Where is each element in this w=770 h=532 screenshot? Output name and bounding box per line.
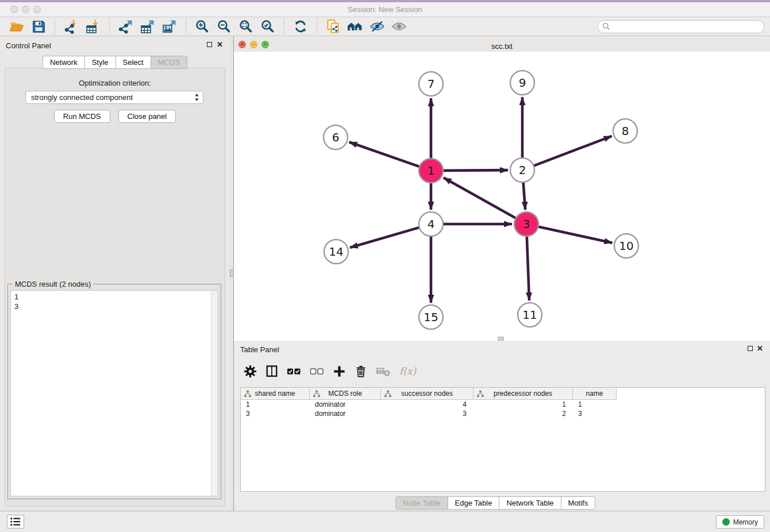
table-cell[interactable]: 1	[573, 400, 617, 408]
graph-edge[interactable]	[350, 228, 419, 248]
float-panel-icon[interactable]	[207, 42, 212, 47]
zoom-selected-icon[interactable]	[259, 18, 276, 35]
network-window-titlebar: ✕ − + scc.txt	[234, 38, 770, 52]
column-layout-icon[interactable]	[265, 365, 278, 377]
table-body: 1dominator4113dominator323	[241, 400, 765, 418]
show-all-icon[interactable]	[390, 18, 407, 35]
optimization-criterion-label: Optimization criterion:	[5, 79, 225, 87]
tab-select[interactable]: Select	[116, 56, 151, 69]
table-panel-title: Table Panel	[240, 345, 279, 354]
close-panel-button[interactable]: Close panel	[118, 110, 176, 123]
table-cell[interactable]: dominator	[310, 410, 381, 418]
delete-table-icon	[376, 365, 391, 377]
table-header-row: shared nameMCDS rolesuccessor nodesprede…	[241, 388, 617, 400]
graph-node-label: 3	[523, 217, 530, 231]
table-row[interactable]: 1dominator411	[241, 400, 765, 409]
column-header-MCDS-role[interactable]: MCDS role	[310, 388, 381, 399]
tab-node-table[interactable]: Node Table	[395, 496, 448, 510]
column-header-predecessor-nodes[interactable]: predecessor nodes	[473, 388, 573, 399]
graph-edge[interactable]	[534, 136, 612, 166]
graph-edge[interactable]	[443, 170, 508, 171]
float-table-panel-icon[interactable]	[748, 346, 753, 351]
deselect-all-icon[interactable]	[310, 366, 324, 376]
table-cell[interactable]: 3	[241, 410, 310, 418]
graph-edge[interactable]	[349, 142, 420, 167]
zoom-out-icon[interactable]	[215, 18, 233, 35]
search-box[interactable]	[598, 20, 764, 33]
panel-divider[interactable]	[230, 36, 234, 511]
hide-selected-icon[interactable]	[368, 18, 386, 35]
select-stepper-icon	[194, 93, 203, 102]
zoom-in-icon[interactable]	[194, 18, 211, 35]
node-table[interactable]: shared nameMCDS rolesuccessor nodesprede…	[240, 387, 765, 492]
table-cell[interactable]: 2	[473, 410, 573, 418]
graph-node-label: 6	[332, 130, 340, 144]
first-neighbors-icon[interactable]	[346, 18, 364, 35]
table-cell[interactable]: 1	[473, 400, 573, 408]
graph-edge[interactable]	[444, 178, 516, 218]
zoom-fit-icon[interactable]	[237, 18, 255, 35]
network-window: ✕ − + scc.txt 1234678910111415	[234, 36, 770, 341]
memory-button[interactable]: Memory	[716, 515, 764, 529]
table-cell[interactable]: 4	[381, 400, 473, 408]
graph-node-label: 7	[428, 77, 435, 91]
search-input[interactable]	[613, 22, 760, 31]
mcds-result-lines: 1 3	[11, 291, 218, 313]
close-table-panel-icon[interactable]: ✕	[757, 345, 763, 352]
function-builder-icon: f(x)	[399, 365, 416, 377]
apply-layout-icon[interactable]	[292, 18, 309, 35]
open-session-icon[interactable]	[8, 18, 25, 35]
graph-node-label: 4	[428, 217, 435, 231]
column-header-label: shared name	[255, 390, 295, 398]
column-header-name[interactable]: name	[573, 388, 617, 399]
graph-edge[interactable]	[538, 226, 613, 242]
network-graph[interactable]: 1234678910111415	[234, 52, 770, 341]
table-cell[interactable]: 1	[241, 400, 310, 408]
gear-icon[interactable]	[244, 365, 257, 378]
run-mcds-button[interactable]: Run MCDS	[54, 110, 110, 123]
import-table-icon[interactable]	[84, 18, 102, 35]
tab-style[interactable]: Style	[85, 56, 116, 69]
result-scrollbar[interactable]	[211, 291, 218, 496]
select-all-icon[interactable]	[287, 366, 301, 376]
mcds-result-box[interactable]: 1 3	[10, 290, 218, 496]
tab-edge-table[interactable]: Edge Table	[448, 496, 500, 510]
mcds-result-group: MCDS result (2 nodes) 1 3	[7, 284, 221, 499]
export-network-icon[interactable]	[117, 18, 134, 35]
tab-mcds[interactable]: MCDS	[151, 56, 187, 69]
column-header-successor-nodes[interactable]: successor nodes	[381, 388, 473, 399]
status-bar: Memory	[0, 511, 770, 532]
duplicate-network-icon[interactable]	[325, 18, 342, 35]
column-header-shared-name[interactable]: shared name	[241, 388, 310, 399]
network-canvas[interactable]: 1234678910111415	[234, 52, 770, 341]
table-toolbar: f(x)	[244, 360, 416, 383]
canvas-resize-handle[interactable]	[498, 337, 504, 341]
table-cell[interactable]: 3	[381, 410, 473, 418]
toolbar-separator	[109, 19, 110, 34]
import-network-icon[interactable]	[63, 18, 80, 35]
tab-motifs[interactable]: Motifs	[561, 496, 596, 510]
task-history-button[interactable]	[7, 515, 24, 529]
export-table-icon[interactable]	[139, 18, 156, 35]
criterion-select[interactable]: strongly connected component	[25, 91, 203, 104]
search-icon	[602, 22, 610, 30]
control-panel-tabs: Network Style Select MCDS	[0, 56, 230, 69]
tab-network-table[interactable]: Network Table	[499, 496, 561, 510]
tab-network[interactable]: Network	[43, 56, 85, 69]
control-panel-title: Control Panel	[6, 41, 51, 50]
table-cell[interactable]: dominator	[310, 400, 381, 408]
export-image-icon[interactable]	[161, 18, 178, 35]
list-icon	[10, 516, 21, 527]
delete-row-icon[interactable]	[355, 365, 367, 378]
memory-status-dot	[722, 518, 730, 526]
divider-handle[interactable]	[230, 269, 234, 277]
table-cell[interactable]: 3	[573, 410, 617, 418]
close-panel-icon[interactable]: ✕	[217, 41, 223, 48]
table-row[interactable]: 3dominator323	[241, 409, 765, 418]
mcds-buttons: Run MCDS Close panel	[5, 110, 225, 123]
add-row-icon[interactable]	[333, 365, 346, 378]
window-titlebar: Session: New Session	[0, 2, 770, 17]
save-session-icon[interactable]	[30, 18, 47, 35]
graph-edge[interactable]	[527, 236, 529, 300]
graph-edge[interactable]	[523, 182, 526, 210]
